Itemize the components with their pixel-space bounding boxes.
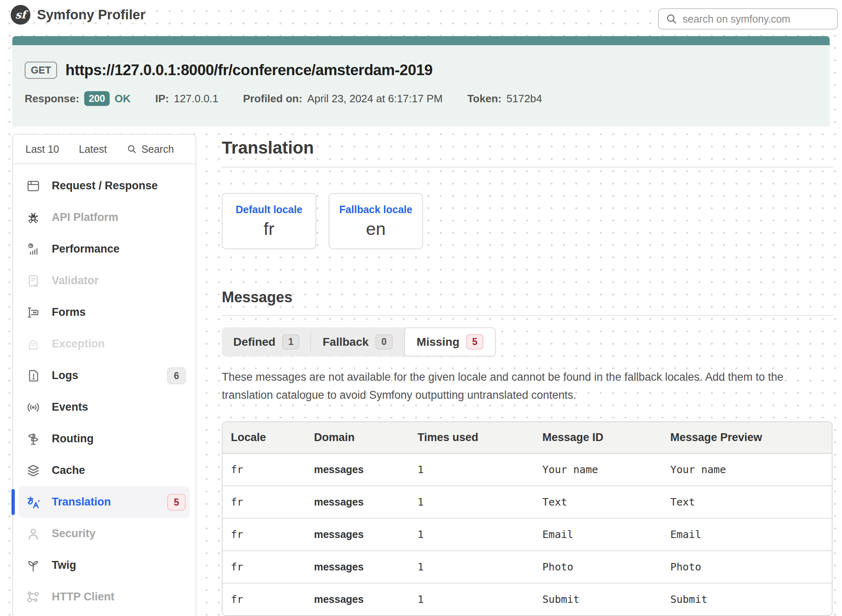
- col-times-used: Times used: [418, 422, 543, 454]
- table-row: fr messages 1 Email Email: [223, 519, 832, 551]
- sidebar-item-label: HTTP Client: [52, 591, 115, 603]
- sidebar-item-exception[interactable]: Exception: [19, 328, 190, 360]
- http-method-badge: GET: [25, 62, 57, 79]
- missing-messages-description: These messages are not available for the…: [222, 368, 834, 404]
- cell-message-id: Your name: [543, 454, 670, 486]
- response-status: Response: 200 OK: [25, 91, 131, 106]
- form-input-icon: [25, 305, 41, 320]
- search-input[interactable]: [683, 13, 830, 25]
- default-locale-card: Default locale fr: [222, 193, 316, 249]
- translation-count-badge: 5: [167, 494, 186, 510]
- sidebar-item-label: Forms: [52, 306, 86, 319]
- broadcast-icon: [25, 400, 41, 415]
- sidebar-item-label: Cache: [52, 464, 85, 477]
- sidebar-item-twig[interactable]: Twig: [19, 549, 190, 581]
- search-icon: [127, 144, 137, 154]
- tab-defined-label: Defined: [233, 336, 276, 349]
- sidebar-item-forms[interactable]: Forms: [19, 297, 190, 328]
- tab-latest[interactable]: Latest: [79, 143, 107, 155]
- request-summary-panel: GET https://127.0.0.1:8000/fr/conference…: [12, 45, 830, 126]
- cell-message-id: Text: [543, 486, 670, 519]
- response-label: Response:: [25, 92, 79, 105]
- tab-fallback[interactable]: Fallback 0: [311, 327, 404, 356]
- top-bar: sf Symfony Profiler: [0, 0, 842, 36]
- browser-window-icon: [25, 178, 41, 194]
- tab-search[interactable]: Search: [127, 143, 174, 155]
- col-message-id: Message ID: [543, 422, 670, 454]
- messages-title: Messages: [222, 289, 834, 306]
- default-locale-value: fr: [264, 219, 274, 239]
- cell-locale: fr: [223, 551, 314, 584]
- sidebar-item-partial[interactable]: [19, 613, 190, 616]
- active-indicator: [12, 489, 15, 515]
- sidebar-item-logs[interactable]: Logs 6: [19, 360, 190, 391]
- table-row: fr messages 1 Your name Your name: [223, 454, 832, 486]
- table-header-row: Locale Domain Times used Message ID Mess…: [223, 422, 832, 454]
- table-row: fr messages 1 Submit Submit: [223, 584, 832, 615]
- sidebar-item-request-response[interactable]: Request / Response: [19, 170, 190, 202]
- search-icon: [665, 13, 678, 25]
- cell-domain: messages: [314, 519, 417, 551]
- sidebar-item-routing[interactable]: Routing: [19, 423, 190, 455]
- cell-locale: fr: [223, 454, 314, 486]
- cell-message-preview: Your name: [670, 454, 832, 486]
- cell-message-preview: Email: [670, 519, 832, 551]
- cell-domain: messages: [314, 584, 417, 615]
- symfony-logo: sf: [11, 5, 30, 25]
- logs-count-badge: 6: [167, 367, 186, 384]
- status-text: OK: [115, 92, 131, 105]
- sidebar-item-label: Request / Response: [52, 179, 158, 192]
- page-title: Symfony Profiler: [37, 7, 145, 23]
- tab-missing-label: Missing: [416, 336, 459, 349]
- sidebar-item-http-client[interactable]: HTTP Client: [19, 581, 190, 613]
- sidebar-item-security[interactable]: Security: [19, 518, 190, 549]
- tab-missing[interactable]: Missing 5: [404, 327, 496, 356]
- sidebar-item-validator[interactable]: Validator: [19, 265, 190, 297]
- fallback-locale-value: en: [366, 219, 386, 239]
- sidebar-item-cache[interactable]: Cache: [19, 455, 190, 486]
- signpost-icon: [25, 431, 41, 447]
- status-code-badge: 200: [84, 91, 110, 106]
- cell-times-used: 1: [418, 519, 543, 551]
- section-divider: [222, 167, 834, 168]
- cell-message-preview: Photo: [670, 551, 832, 584]
- fallback-locale-card: Fallback locale en: [329, 193, 423, 249]
- cell-domain: messages: [314, 454, 417, 486]
- nodes-icon: [25, 589, 41, 605]
- request-url: https://127.0.0.1:8000/fr/conference/ams…: [65, 62, 433, 79]
- tab-last-10-label: Last 10: [25, 143, 59, 155]
- tab-defined[interactable]: Defined 1: [222, 327, 311, 356]
- fallback-locale-label: Fallback locale: [339, 204, 412, 216]
- translation-panel: Translation Default locale fr Fallback l…: [222, 134, 834, 616]
- token-info: Token: 5172b4: [467, 92, 542, 105]
- cell-times-used: 1: [418, 551, 543, 584]
- cell-locale: fr: [223, 519, 314, 551]
- messages-table: Locale Domain Times used Message ID Mess…: [222, 421, 833, 616]
- sidebar-item-label: Events: [52, 401, 88, 414]
- cell-message-preview: Submit: [670, 584, 832, 615]
- cell-times-used: 1: [418, 584, 543, 615]
- ip-value: 127.0.0.1: [174, 92, 218, 105]
- tab-defined-count: 1: [282, 334, 300, 349]
- cell-locale: fr: [223, 486, 314, 519]
- performance-chart-icon: [25, 241, 41, 257]
- tab-fallback-count: 0: [375, 334, 393, 349]
- sidebar-item-translation[interactable]: Translation 5: [19, 486, 190, 518]
- cell-message-id: Email: [543, 519, 670, 551]
- tab-missing-count: 5: [466, 334, 484, 349]
- tab-fallback-label: Fallback: [322, 336, 368, 349]
- site-search[interactable]: [658, 8, 838, 30]
- document-alert-icon: [25, 368, 41, 384]
- sidebar-item-events[interactable]: Events: [19, 391, 190, 423]
- sidebar-item-label: Exception: [52, 338, 105, 350]
- tab-last-10[interactable]: Last 10: [25, 143, 59, 155]
- messages-tabbar: Defined 1 Fallback 0 Missing 5: [222, 327, 496, 356]
- sidebar-item-performance[interactable]: Performance: [19, 233, 190, 265]
- cell-domain: messages: [314, 486, 417, 519]
- col-domain: Domain: [314, 422, 417, 454]
- token-label: Token:: [467, 92, 502, 105]
- locale-cards: Default locale fr Fallback locale en: [222, 193, 834, 249]
- sidebar-item-api-platform[interactable]: API Platform: [19, 202, 190, 233]
- brand: sf Symfony Profiler: [11, 5, 145, 25]
- table-row: fr messages 1 Photo Photo: [223, 551, 832, 584]
